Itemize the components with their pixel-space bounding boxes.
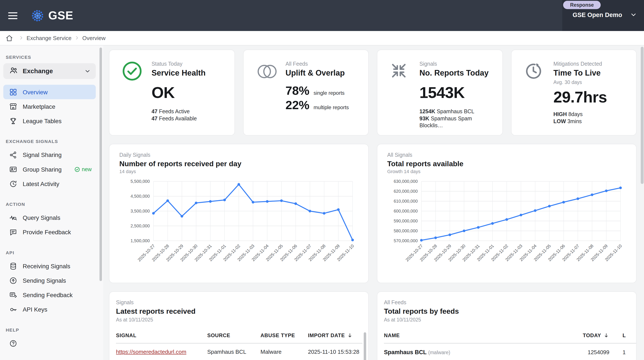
svg-text:620,000,000: 620,000,000 (394, 189, 418, 194)
stats-row: Status Today Service Health OK 47 Feeds … (109, 50, 637, 135)
check-circle-icon (122, 61, 152, 122)
latest-reports-card: Signals Latest reports received As at 10… (109, 291, 369, 360)
main-content: Status Today Service Health OK 47 Feeds … (103, 46, 644, 360)
sidebar-item-provide-feedback[interactable]: Provide Feedback (3, 225, 96, 239)
trophy-icon (9, 117, 17, 125)
abuse-type-cell: Malware (260, 343, 308, 360)
total-reports-card: All Signals Total reports available Grow… (377, 144, 636, 283)
sidebar-item-label: Provide Feedback (23, 229, 71, 235)
sidebar-item-sending-feedback[interactable]: Sending Feedback (3, 288, 96, 302)
svg-text:600,000,000: 600,000,000 (394, 209, 418, 213)
new-badge: new (74, 166, 92, 172)
sidebar-item-group-sharing[interactable]: Group Sharing new (3, 162, 96, 176)
menu-button[interactable] (8, 12, 18, 20)
table-row[interactable]: Spamhaus BCL (malware) 1254099 1 (384, 343, 637, 360)
sidebar-scrollbar-thumb[interactable] (100, 48, 102, 281)
column-header-name[interactable]: NAME (384, 328, 557, 343)
sidebar-item-label: Signal Sharing (23, 152, 62, 158)
single-reports-row: 78% single reports (286, 84, 360, 98)
ttl-high-line: HIGH 8days (554, 111, 628, 118)
feed-name-cell: Spamhaus BCL (malware) (384, 343, 557, 360)
sidebar-item-sending-signals[interactable]: Sending Signals (3, 273, 96, 288)
tables-row: Signals Latest reports received As at 10… (109, 291, 637, 360)
stat-kicker: Status Today (152, 61, 226, 67)
waveform-search-icon (9, 213, 17, 222)
column-header-import-date[interactable]: IMPORT DATE (308, 328, 362, 343)
chart-kicker: All Signals (387, 152, 626, 158)
timer-clock-icon (524, 61, 554, 125)
sidebar-item-label: Receiving Signals (23, 263, 70, 269)
today-count-cell: 1254099 (557, 343, 612, 360)
charts-row: Daily Signals Number of reports received… (109, 144, 637, 283)
ttl-low-line: LOW 3mins (554, 118, 628, 125)
sidebar-item-overview[interactable]: Overview (3, 85, 96, 99)
sidebar-item-help-cut[interactable] (3, 336, 96, 350)
breadcrumb-separator: › (76, 33, 78, 42)
svg-text:580,000,000: 580,000,000 (394, 228, 418, 233)
sidebar-item-signal-sharing[interactable]: Signal Sharing (3, 148, 96, 162)
reports-today-card: Signals No. Reports Today 1543K 1254K Sp… (377, 50, 502, 135)
signal-link[interactable]: https://someredactedurl.com (116, 349, 186, 355)
account-area: Response GSE Open Demo (562, 0, 644, 31)
section-label-help: HELP (6, 327, 93, 332)
latest-reports-table: SIGNAL SOURCE ABUSE TYPE IMPORT DATE htt… (116, 328, 362, 360)
column-header-today[interactable]: TODAY (557, 328, 612, 343)
sidebar-item-api-keys[interactable]: API Keys (3, 302, 96, 316)
section-label-services: SERVICES (6, 55, 93, 60)
column-header-last-cut[interactable]: L (612, 328, 636, 343)
svg-text:610,000,000: 610,000,000 (394, 199, 418, 203)
home-icon[interactable] (6, 34, 13, 42)
stat-kicker: All Feeds (286, 61, 360, 67)
dashboard-grid-icon (9, 88, 17, 96)
breadcrumb: › Exchange Service › Overview (0, 31, 644, 46)
account-menu[interactable]: GSE Open Demo (562, 11, 644, 18)
storefront-icon (9, 102, 17, 111)
section-label-action: ACTION (6, 202, 93, 207)
question-circle-icon (9, 339, 17, 347)
column-header-source[interactable]: SOURCE (207, 328, 260, 343)
breadcrumb-overview[interactable]: Overview (82, 35, 106, 41)
svg-text:2,500,000: 2,500,000 (130, 223, 150, 228)
stat-title: No. Reports Today (420, 69, 494, 78)
svg-text:4,500,000: 4,500,000 (130, 194, 150, 199)
column-header-abuse-type[interactable]: ABUSE TYPE (260, 328, 308, 343)
brand-logo[interactable]: GSE (30, 9, 73, 23)
sidebar: SERVICES Exchange (0, 46, 99, 360)
column-header-signal[interactable]: SIGNAL (116, 328, 207, 343)
breadcrumb-separator: › (20, 33, 22, 42)
group-share-icon (9, 165, 17, 173)
stat-title: Uplift & Overlap (286, 69, 360, 78)
stat-subtitle: Avg. 30 days (554, 80, 628, 85)
sidebar-scrollbar[interactable] (99, 46, 103, 360)
service-selector-exchange[interactable]: Exchange (3, 63, 96, 79)
stat-title: Time To Live (554, 69, 628, 78)
last-count-cell: 1 (612, 343, 636, 360)
total-reports-chart: 570,000,000580,000,000590,000,000600,000… (384, 177, 626, 268)
daily-signals-card: Daily Signals Number of reports received… (109, 144, 369, 283)
table-scrollbar-thumb[interactable] (364, 332, 366, 360)
hamburger-icon (8, 12, 18, 20)
chart-subtitle: Growth 14 days (387, 169, 626, 174)
service-selector-label: Exchange (23, 67, 53, 75)
stat-kicker: Mitigations Detected (554, 61, 628, 67)
sidebar-item-query-signals[interactable]: Query Signals (3, 210, 96, 225)
feeds-active-line: 47 Feeds Active (152, 108, 226, 115)
breadcrumb-exchange-service[interactable]: Exchange Service (26, 35, 72, 41)
sidebar-item-league-tables[interactable]: League Tables (3, 114, 96, 128)
sidebar-item-label: API Keys (23, 306, 47, 313)
table-kicker: Signals (116, 299, 362, 305)
chart-subtitle: 14 days (120, 169, 358, 174)
send-message-icon (9, 291, 17, 299)
daily-signals-chart: 1,500,0002,500,0003,500,0004,500,0005,50… (116, 177, 358, 268)
svg-text:5,500,000: 5,500,000 (130, 179, 150, 184)
sidebar-item-label: Group Sharing (23, 166, 62, 173)
sidebar-item-receiving-signals[interactable]: Receiving Signals (3, 259, 96, 273)
account-name: GSE Open Demo (572, 11, 622, 18)
table-row[interactable]: https://someredactedurl.com Spamhaus BCL… (116, 343, 362, 360)
stat-value: 1543K (420, 84, 494, 102)
sidebar-item-latest-activity[interactable]: Latest Activity (3, 177, 96, 191)
reports-by-feeds-card: All Feeds Total reports by feeds As at 1… (377, 291, 636, 360)
sidebar-item-marketplace[interactable]: Marketplace (3, 99, 96, 114)
sort-desc-icon (603, 332, 609, 338)
page-scrollbar[interactable] (641, 47, 644, 184)
